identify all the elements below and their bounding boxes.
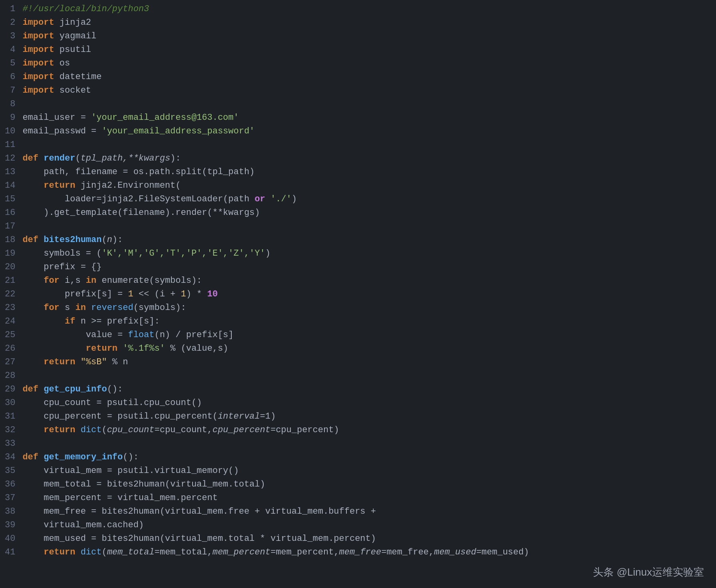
token: n [107, 233, 112, 247]
line-number: 37 [5, 491, 15, 505]
code-line: value = float(n) / prefix[s] [22, 328, 716, 342]
line-number: 23 [5, 301, 15, 315]
line-number: 41 [5, 546, 15, 559]
token: import [22, 16, 54, 30]
token [265, 193, 270, 206]
code-line: for i,s in enumerate(symbols): [22, 274, 716, 288]
code-line: def get_cpu_info(): [22, 383, 716, 396]
line-number: 8 [5, 97, 15, 111]
line-number: 28 [5, 369, 15, 383]
code-line [22, 369, 716, 383]
token [22, 301, 44, 315]
token: loader=jinja2.FileSystemLoader(path [22, 193, 255, 206]
token: ( [101, 423, 107, 437]
code-line [22, 220, 716, 233]
token [22, 315, 65, 328]
token: enumerate(symbols): [96, 274, 202, 288]
token: return [44, 179, 75, 193]
line-number: 29 [5, 383, 15, 396]
token: =mem_total, [154, 546, 212, 559]
token: prefix[s] = [22, 288, 128, 301]
code-line: import socket [22, 84, 716, 97]
token: socket [54, 84, 91, 97]
token: import [22, 57, 54, 70]
code-line: prefix[s] = 1 << (i + 1) * 10 [22, 288, 716, 301]
token: % n [107, 356, 128, 369]
token: for [44, 301, 60, 315]
token [22, 179, 44, 193]
token [38, 383, 44, 396]
line-number: 22 [5, 288, 15, 301]
token: 'K','M','G','T','P','E','Z','Y' [101, 247, 265, 260]
line-number: 24 [5, 315, 15, 328]
code-line: mem_free = bites2human(virtual_mem.free … [22, 505, 716, 518]
line-number: 5 [5, 57, 15, 70]
code-line: #!/usr/local/bin/python3 [22, 2, 716, 16]
token: =mem_used) [476, 546, 529, 559]
code-line: prefix = {} [22, 260, 716, 274]
token: in [86, 274, 96, 288]
code-line: mem_percent = virtual_mem.percent [22, 491, 716, 505]
code-line: return dict(cpu_count=cpu_count,cpu_perc… [22, 423, 716, 437]
code-line: def get_memory_info(): [22, 451, 716, 464]
token: get_cpu_info [44, 383, 107, 396]
token: email_user [22, 111, 75, 125]
token: ): [112, 233, 123, 247]
line-number: 39 [5, 518, 15, 532]
token: bites2human [44, 233, 101, 247]
token: =mem_percent, [270, 546, 339, 559]
token: get_memory_info [44, 451, 123, 464]
token: ( [101, 546, 107, 559]
token: cpu_percent = psutil.cpu_percent( [22, 410, 217, 423]
line-number: 9 [5, 111, 15, 125]
line-number: 17 [5, 220, 15, 233]
token: ) [265, 247, 270, 260]
token: return [44, 423, 75, 437]
code-line: import datetime [22, 70, 716, 84]
token: reversed [91, 301, 133, 315]
token: virtual_mem = psutil.virtual_memory() [22, 464, 239, 478]
token: i,s [60, 274, 86, 288]
token [38, 152, 44, 165]
code-line [22, 437, 716, 451]
token: dict [81, 423, 102, 437]
line-number: 21 [5, 274, 15, 288]
line-number: 4 [5, 43, 15, 57]
token: mem_free = bites2human(virtual_mem.free … [22, 505, 376, 518]
token: (n) / prefix[s] [154, 328, 233, 342]
code-line: return "%sB" % n [22, 356, 716, 369]
code-line: cpu_percent = psutil.cpu_percent(interva… [22, 410, 716, 423]
line-number: 11 [5, 138, 15, 152]
code-line [22, 97, 716, 111]
code-line: def bites2human(n): [22, 233, 716, 247]
token: (): [123, 451, 139, 464]
token: psutil [54, 43, 91, 57]
token: def [22, 451, 38, 464]
line-number: 32 [5, 423, 15, 437]
line-number: 25 [5, 328, 15, 342]
token: './' [270, 193, 292, 206]
token: ) * [186, 288, 207, 301]
token: jinja2 [54, 16, 91, 30]
token: ( [75, 152, 80, 165]
token [22, 423, 44, 437]
token: n >= prefix[s]: [75, 315, 159, 328]
token: for [44, 274, 60, 288]
code-line: email_passwd = 'your_email_address_passw… [22, 125, 716, 138]
line-number: 10 [5, 125, 15, 138]
token [22, 546, 44, 559]
token: in [75, 301, 86, 315]
token: 10 [207, 288, 218, 301]
token: datetime [54, 70, 102, 84]
token: (symbols): [133, 301, 186, 315]
token: mem_total [107, 546, 155, 559]
token: render [44, 152, 75, 165]
line-number: 1 [5, 2, 15, 16]
token: prefix = {} [22, 260, 101, 274]
token: if [65, 315, 75, 328]
token [117, 342, 123, 356]
code-line: import jinja2 [22, 16, 716, 30]
line-number: 13 [5, 165, 15, 179]
token: s [60, 301, 76, 315]
code-line: virtual_mem = psutil.virtual_memory() [22, 464, 716, 478]
